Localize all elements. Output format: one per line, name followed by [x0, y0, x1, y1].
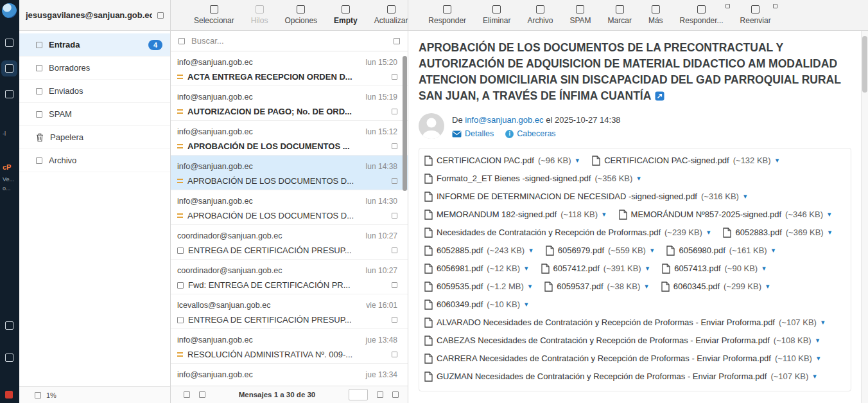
attachment-menu-caret[interactable]: ▾ [528, 282, 532, 291]
flag-icon[interactable] [392, 247, 397, 253]
attachment-menu-caret[interactable]: ▾ [762, 264, 766, 273]
toolbar-button[interactable]: Actualizar [373, 4, 410, 26]
attachment-item[interactable]: MEMORANDUM 182-signed.pdf (~118 KB) ▾ [424, 208, 606, 220]
message-checkbox[interactable] [177, 317, 184, 323]
attachment-menu-caret[interactable]: ▾ [602, 210, 606, 219]
toolbar-button[interactable]: Hilos [250, 4, 270, 26]
flag-icon[interactable] [392, 213, 397, 219]
next-page-icon[interactable] [392, 391, 399, 398]
toolbar-button[interactable]: Seleccionar [193, 4, 236, 26]
attachment-item[interactable]: 6057412.pdf (~391 KB) ▾ [541, 262, 650, 274]
toolbar-button[interactable]: Eliminar [482, 4, 512, 26]
attachment-menu-caret[interactable]: ▾ [576, 156, 580, 165]
dropdown-icon[interactable] [725, 4, 730, 8]
flag-icon[interactable] [392, 143, 397, 149]
toolbar-button[interactable]: Archivo [526, 4, 554, 26]
attachment-menu-caret[interactable]: ▾ [772, 246, 776, 255]
attachment-menu-caret[interactable]: ▾ [821, 318, 825, 327]
window-icon[interactable] [5, 321, 13, 330]
folder-item[interactable]: Enviados [19, 80, 170, 103]
message-row[interactable]: coordinador@sanjuan.gob.ec lun 10:27 Fwd… [171, 260, 408, 294]
toolbar-button[interactable]: Responder... [679, 4, 725, 26]
attachment-item[interactable]: 6056981.pdf (~12 KB) ▾ [424, 262, 528, 274]
window-icon[interactable] [5, 39, 13, 47]
attachment-menu-caret[interactable]: ▾ [776, 156, 779, 165]
browser-logo-icon[interactable] [2, 3, 17, 18]
attachment-item[interactable]: Formato_2_ET Bienes -signed-signed.pdf (… [424, 172, 641, 184]
toolbar-button[interactable]: Marcar [607, 4, 633, 26]
attachment-item[interactable]: 6052883.pdf (~369 KB) ▾ [723, 226, 831, 238]
attachment-item[interactable]: GUZMAN Necesidades de Contratación y Rec… [424, 370, 817, 382]
attachment-menu-caret[interactable]: ▾ [816, 336, 820, 345]
toolbar-button[interactable]: Empty [333, 4, 359, 26]
details-toggle[interactable]: Detalles [452, 129, 494, 138]
from-email-link[interactable]: info@sanjuan.gob.ec [465, 115, 543, 125]
attachment-menu-caret[interactable]: ▾ [828, 228, 832, 237]
select-all-checkbox[interactable] [184, 391, 190, 398]
folder-item[interactable]: Archivo [19, 149, 170, 172]
message-row[interactable]: info@sanjuan.gob.ec lun 14:38 APROBACIÓN… [171, 156, 408, 190]
message-row[interactable]: lcevallos@sanjuan.gob.ec vie 16:01 ENTRE… [171, 294, 408, 329]
attachment-item[interactable]: 6056979.pdf (~559 KB) ▾ [546, 244, 654, 256]
flag-icon[interactable] [392, 178, 397, 184]
attachment-item[interactable]: CARRERA Necesidades de Contratación y Re… [424, 352, 820, 364]
attachment-item[interactable]: CERTIFICACION PAC.pdf (~96 KB) ▾ [424, 154, 579, 166]
toolbar-button[interactable]: Opciones [283, 4, 318, 26]
message-row[interactable]: info@sanjuan.gob.ec lun 15:20 ACTA ENTRE… [171, 51, 408, 86]
attachment-menu-caret[interactable]: ▾ [707, 228, 711, 237]
window-scrollbar[interactable] [861, 31, 868, 403]
flag-icon[interactable] [392, 282, 397, 288]
attachment-menu-caret[interactable]: ▾ [650, 246, 654, 255]
attachment-item[interactable]: 6052885.pdf (~243 KB) ▾ [424, 244, 533, 256]
window-icon[interactable] [5, 354, 13, 362]
attachment-menu-caret[interactable]: ▾ [525, 300, 528, 309]
toolbar-button[interactable]: Responder [427, 4, 467, 26]
attachment-menu-caret[interactable]: ▾ [646, 264, 650, 273]
headers-toggle[interactable]: i Cabeceras [505, 129, 555, 138]
list-scrollbar[interactable] [403, 52, 407, 385]
flag-icon[interactable] [392, 74, 397, 80]
message-row[interactable]: coordinador@sanjuan.gob.ec lun 10:27 ENT… [171, 225, 408, 260]
folder-item[interactable]: Entrada 4 [19, 33, 170, 57]
attachment-item[interactable]: CERTIFICACION PAC-signed.pdf (~132 KB) ▾ [592, 154, 779, 166]
folder-item[interactable]: SPAM [19, 103, 170, 126]
attachment-item[interactable]: 6060349.pdf (~10 KB) ▾ [424, 298, 528, 310]
attachment-menu-caret[interactable]: ▾ [743, 192, 747, 201]
message-row[interactable]: info@sanjuan.gob.ec jue 13:48 RESOLUCIÓN… [171, 329, 408, 364]
search-options-icon[interactable] [394, 38, 400, 44]
attachment-menu-caret[interactable]: ▾ [637, 174, 641, 183]
message-row[interactable]: info@sanjuan.gob.ec lun 15:12 APROBACIÓN… [171, 121, 408, 156]
attachment-item[interactable]: Necesidades de Contratación y Recepción … [424, 226, 710, 238]
flag-icon[interactable] [392, 109, 397, 114]
attachment-menu-caret[interactable]: ▾ [645, 282, 648, 291]
attachment-item[interactable]: 6060345.pdf (~299 KB) ▾ [661, 280, 770, 292]
panel-toggle-icon[interactable] [157, 12, 164, 19]
attachment-item[interactable]: INFORME DE DETERMINACION DE NECESIDAD -s… [424, 190, 747, 202]
message-row[interactable]: info@sanjuan.gob.ec lun 14:30 APROBACIÓN… [171, 190, 408, 225]
attachment-item[interactable]: 6056980.pdf (~161 KB) ▾ [666, 244, 775, 256]
open-in-new-window-icon[interactable] [655, 89, 664, 99]
close-icon[interactable] [5, 391, 13, 399]
attachment-item[interactable]: MEMORÁNDUM Nº857-2025-signed.pdf (~346 K… [619, 208, 831, 220]
attachment-item[interactable]: 6059537.pdf (~38 KB) ▾ [544, 280, 648, 292]
attachment-menu-caret[interactable]: ▾ [828, 210, 831, 219]
message-checkbox[interactable] [177, 282, 184, 289]
toolbar-button[interactable]: Reenviar [739, 4, 772, 26]
folder-item[interactable]: Papelera [19, 126, 170, 149]
search-icon[interactable] [178, 38, 185, 44]
window-icon[interactable] [5, 90, 13, 98]
folder-item[interactable]: Borradores [19, 57, 170, 80]
attachment-menu-caret[interactable]: ▾ [529, 246, 533, 255]
message-row[interactable]: info@sanjuan.gob.ec lun 15:19 AUTORIZACI… [171, 86, 408, 121]
search-input[interactable] [191, 36, 387, 46]
attachment-item[interactable]: CABEZAS Necesidades de Contratación y Re… [424, 334, 819, 346]
attachment-menu-caret[interactable]: ▾ [817, 354, 820, 363]
flag-icon[interactable] [392, 317, 397, 323]
flag-icon[interactable] [392, 352, 397, 357]
cpanel-icon[interactable]: cP [3, 163, 11, 171]
attachment-item[interactable]: 6059535.pdf (~1.2 MB) ▾ [424, 280, 532, 292]
attachment-menu-caret[interactable]: ▾ [813, 372, 817, 381]
attachment-item[interactable]: ALVARADO Necesidades de Contratación y R… [424, 316, 824, 328]
attachment-item[interactable]: 6057413.pdf (~90 KB) ▾ [662, 262, 766, 274]
active-window-icon[interactable] [5, 64, 13, 73]
